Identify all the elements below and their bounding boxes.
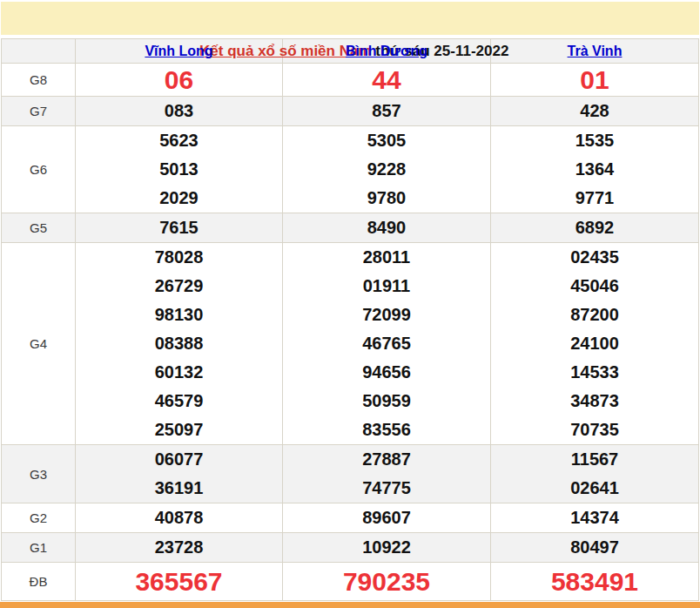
result-number: 46579 [76,387,282,415]
result-cell: 562350132029 [76,126,283,213]
result-cell: 428 [491,97,699,126]
prize-row-g3: G3060773619127887747751156702641 [2,445,699,503]
prize-label: G1 [2,533,76,563]
result-number: 50959 [283,387,490,415]
result-number: 10922 [283,533,490,562]
column-link-vinh-long[interactable]: Vĩnh Long [145,44,212,58]
prize-label: ĐB [2,563,76,601]
result-number: 26729 [76,272,282,301]
result-number: 428 [491,97,698,125]
result-cell: 0607736191 [76,445,283,503]
result-number: 46765 [283,329,490,358]
result-number: 583491 [491,563,698,600]
result-number: 14374 [491,503,698,532]
result-number: 27887 [283,445,490,474]
result-number: 1364 [491,155,698,184]
result-cell: 153513649771 [491,126,699,213]
result-cell: 7615 [76,213,283,243]
column-link-tra-vinh[interactable]: Trà Vinh [568,44,623,58]
column-link-binh-duong[interactable]: Bình Dương [346,44,427,58]
results-table: Vĩnh LongBình DươngTrà Vinh G8064401G708… [1,38,699,601]
result-cell: 02435450468720024100145333487370735 [491,243,699,445]
result-number: 45046 [491,272,698,301]
result-number: 23728 [76,533,282,562]
prize-row-g1: G1237281092280497 [2,533,699,563]
result-number: 7615 [76,213,282,242]
result-number: 6892 [491,213,698,242]
result-cell: 790235 [283,563,491,601]
result-cell: 40878 [76,503,283,533]
result-number: 06077 [76,445,282,474]
result-number: 01911 [283,272,490,301]
prize-row-g2: G2408788960714374 [2,503,699,533]
results-body: G8064401G7083857428G65623501320295305922… [2,64,699,601]
result-number: 9780 [283,184,490,213]
result-number: 857 [283,97,490,125]
prize-label: G5 [2,213,76,243]
result-number: 40878 [76,503,282,532]
result-number: 44 [283,64,490,96]
prize-row-db: ĐB365567790235583491 [2,563,699,601]
result-number: 9228 [283,155,490,184]
result-number: 14533 [491,358,698,387]
prize-label: G8 [2,64,76,97]
prize-label: G7 [2,97,76,126]
result-cell: 6892 [491,213,699,243]
result-cell: 28011019117209946765946565095983556 [283,243,491,445]
result-cell: 10922 [283,533,491,563]
result-number: 80497 [491,533,698,562]
result-cell: 78028267299813008388601324657925097 [76,243,283,445]
result-number: 02641 [491,474,698,503]
result-cell: 06 [76,64,283,97]
result-cell: 2788774775 [283,445,491,503]
prize-label: G4 [2,243,76,445]
title-bar: Kết quả xổ số miền Nam thứ sáu 25-11-202… [1,2,699,35]
prize-row-g4: G478028267299813008388601324657925097280… [2,243,699,445]
result-cell: 583491 [491,563,699,601]
result-number: 87200 [491,301,698,329]
result-number: 25097 [76,415,282,444]
bottom-accent-bar [0,602,700,608]
result-number: 5623 [76,126,282,155]
result-number: 72099 [283,301,490,329]
prize-label: G6 [2,126,76,213]
result-number: 11567 [491,445,698,474]
prize-row-g5: G5761584906892 [2,213,699,243]
result-number: 790235 [283,563,490,600]
result-number: 083 [76,97,282,125]
result-number: 01 [491,64,698,96]
result-number: 60132 [76,358,282,387]
result-number: 1535 [491,126,698,155]
result-cell: 14374 [491,503,699,533]
result-number: 06 [76,64,282,96]
result-number: 2029 [76,184,282,213]
result-number: 08388 [76,329,282,358]
header-corner-cell [2,39,76,64]
prize-row-g7: G7083857428 [2,97,699,126]
result-cell: 23728 [76,533,283,563]
result-number: 5305 [283,126,490,155]
prize-label: G3 [2,445,76,503]
result-number: 5013 [76,155,282,184]
result-number: 36191 [76,474,282,503]
result-cell: 1156702641 [491,445,699,503]
result-number: 365567 [76,563,282,600]
result-number: 94656 [283,358,490,387]
result-cell: 80497 [491,533,699,563]
result-cell: 857 [283,97,491,126]
result-number: 74775 [283,474,490,503]
result-number: 02435 [491,243,698,272]
prize-row-g8: G8064401 [2,64,699,97]
result-cell: 01 [491,64,699,97]
prize-row-g6: G6562350132029530592289780153513649771 [2,126,699,213]
result-cell: 44 [283,64,491,97]
result-cell: 8490 [283,213,491,243]
result-number: 70735 [491,415,698,444]
prize-label: G2 [2,503,76,533]
result-cell: 365567 [76,563,283,601]
result-number: 24100 [491,329,698,358]
result-number: 78028 [76,243,282,272]
column-header-cell: Trà Vinh [491,39,699,64]
result-number: 28011 [283,243,490,272]
result-cell: 89607 [283,503,491,533]
